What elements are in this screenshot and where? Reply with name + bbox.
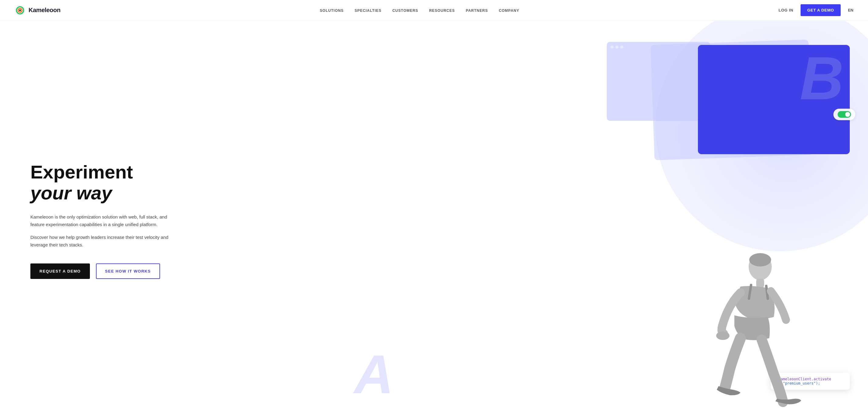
get-demo-button[interactable]: GET A DEMO <box>801 4 841 16</box>
brand-name: Kameleoon <box>29 7 60 14</box>
toggle-knob <box>845 112 850 117</box>
dot-2 <box>615 45 618 49</box>
language-selector[interactable]: EN <box>848 8 854 12</box>
nav-item-resources[interactable]: RESOURCES <box>429 8 455 13</box>
navigation: Kameleoon SOLUTIONS SPECIALTIES CUSTOMER… <box>0 0 868 21</box>
letter-b-decoration: B <box>800 48 844 109</box>
svg-point-3 <box>19 9 21 11</box>
hero-section: Experiment your way Kameleoon is the onl… <box>0 21 868 414</box>
logo-container[interactable]: Kameleoon <box>14 5 60 16</box>
login-link[interactable]: LOG IN <box>778 8 793 12</box>
nav-item-partners[interactable]: PARTNERS <box>466 8 488 13</box>
see-how-it-works-button[interactable]: SEE HOW IT WORKS <box>96 263 160 279</box>
nav-right: LOG IN GET A DEMO EN <box>778 4 854 16</box>
svg-point-5 <box>749 253 771 266</box>
hero-subtitle-1: Kameleoon is the only optimization solut… <box>30 213 170 228</box>
hero-title: Experiment your way <box>30 162 170 203</box>
logo-icon <box>14 5 26 16</box>
letter-a-decoration: A <box>354 347 394 402</box>
svg-point-7 <box>716 331 730 340</box>
nav-item-company[interactable]: COMPANY <box>499 8 519 13</box>
hero-content: Experiment your way Kameleoon is the onl… <box>30 162 170 279</box>
nav-item-specialties[interactable]: SPECIALTIES <box>355 8 381 13</box>
request-demo-button[interactable]: REQUEST A DEMO <box>30 263 90 279</box>
hero-buttons: REQUEST A DEMO SEE HOW IT WORKS <box>30 263 170 279</box>
small-window-card <box>607 42 710 121</box>
toggle-widget <box>833 109 855 120</box>
svg-rect-6 <box>756 279 764 288</box>
toggle-switch[interactable] <box>838 111 851 118</box>
dot-3 <box>620 45 623 49</box>
athlete-svg <box>674 238 807 414</box>
dot-1 <box>611 45 614 49</box>
hero-visual: B A "kameleoonClient.activate B","premiu… <box>330 21 868 414</box>
ab-panel-main: B <box>698 45 850 154</box>
nav-item-customers[interactable]: CUSTOMERS <box>393 8 418 13</box>
athlete-image <box>674 238 807 414</box>
hero-subtitle-2: Discover how we help growth leaders incr… <box>30 233 170 249</box>
nav-item-solutions[interactable]: SOLUTIONS <box>320 8 344 13</box>
panel-dots <box>611 45 706 49</box>
nav-links: SOLUTIONS SPECIALTIES CUSTOMERS RESOURCE… <box>320 8 519 13</box>
